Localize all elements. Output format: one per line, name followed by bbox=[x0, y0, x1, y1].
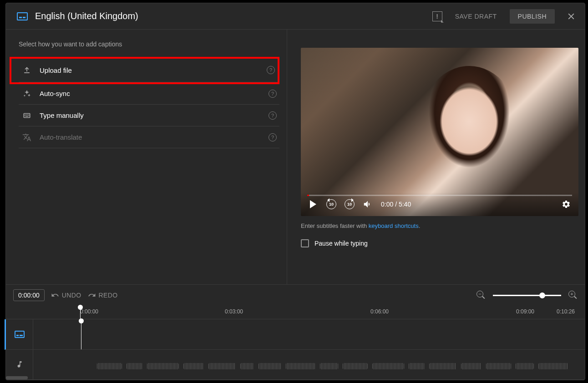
close-button[interactable] bbox=[563, 8, 579, 25]
option-upload-label: Upload file bbox=[40, 66, 267, 74]
zoom-slider-thumb[interactable] bbox=[539, 292, 545, 298]
zoom-in-button[interactable]: + bbox=[568, 291, 578, 300]
horizontal-scrollbar-thumb[interactable] bbox=[6, 376, 28, 379]
ruler-tick: 0:09:00 bbox=[516, 308, 534, 315]
skip-forward-10-button[interactable]: 10 bbox=[345, 199, 355, 209]
zoom-out-button[interactable]: − bbox=[476, 291, 486, 300]
captions-icon bbox=[15, 331, 25, 338]
help-icon[interactable]: ? bbox=[269, 111, 277, 120]
subtitle-hint: Enter subtitles faster with keyboard sho… bbox=[301, 222, 578, 229]
ruler-tick: 0:10:26 bbox=[557, 308, 575, 315]
pause-while-typing-row[interactable]: Pause while typing bbox=[301, 239, 578, 247]
language-title: English (United Kingdom) bbox=[35, 11, 432, 21]
video-settings-button[interactable] bbox=[561, 199, 571, 209]
caption-method-hint: Select how you want to add captions bbox=[19, 40, 279, 48]
video-preview[interactable]: 10 10 0:00 / 5:40 bbox=[301, 48, 578, 216]
header-bar: English (United Kingdom) ! SAVE DRAFT PU… bbox=[6, 3, 585, 30]
captions-icon bbox=[17, 12, 28, 20]
timeline-tracks bbox=[6, 319, 585, 380]
ruler-tick: 0:06:00 bbox=[370, 308, 389, 315]
publish-button[interactable]: PUBLISH bbox=[510, 9, 555, 24]
timeline-panel: 0:00:00 UNDO REDO − + 0:00:00 0:03:00 0:… bbox=[6, 284, 585, 380]
keyboard-shortcuts-link[interactable]: keyboard shortcuts bbox=[369, 222, 419, 229]
timeline-time-display[interactable]: 0:00:00 bbox=[13, 289, 45, 301]
help-icon[interactable]: ? bbox=[267, 66, 275, 74]
video-time: 0:00 / 5:40 bbox=[381, 201, 411, 208]
zoom-slider[interactable] bbox=[493, 295, 561, 296]
header-actions: ! SAVE DRAFT PUBLISH bbox=[432, 8, 579, 25]
caption-editor-modal: English (United Kingdom) ! SAVE DRAFT PU… bbox=[5, 3, 585, 380]
option-translate-label: Auto-translate bbox=[40, 133, 269, 141]
option-type-manually[interactable]: Type manually ? bbox=[19, 104, 279, 126]
save-draft-button[interactable]: SAVE DRAFT bbox=[451, 9, 502, 24]
timeline-toolbar: 0:00:00 UNDO REDO − + bbox=[6, 285, 585, 306]
track-body[interactable] bbox=[33, 319, 585, 380]
audio-track-header[interactable] bbox=[6, 350, 33, 380]
option-auto-translate: Auto-translate ? bbox=[19, 126, 279, 148]
video-controls: 10 10 0:00 / 5:40 bbox=[301, 192, 578, 216]
audio-track-row[interactable] bbox=[33, 350, 585, 380]
upload-icon bbox=[21, 65, 32, 76]
undo-button[interactable]: UNDO bbox=[51, 291, 81, 299]
option-autosync-label: Auto-sync bbox=[40, 90, 269, 97]
help-icon[interactable]: ? bbox=[269, 133, 277, 141]
caption-track-row[interactable] bbox=[33, 319, 585, 350]
translate-icon bbox=[21, 132, 32, 143]
timeline-ruler[interactable]: 0:00:00 0:03:00 0:06:00 0:09:00 0:10:26 bbox=[6, 306, 585, 319]
zoom-controls: − + bbox=[476, 291, 578, 300]
track-headers bbox=[6, 319, 33, 380]
feedback-icon[interactable]: ! bbox=[432, 11, 442, 21]
option-upload-file[interactable]: Upload file ? bbox=[19, 58, 278, 82]
video-pane: 10 10 0:00 / 5:40 Enter subtitles faster… bbox=[287, 30, 585, 284]
skip-back-10-button[interactable]: 10 bbox=[326, 199, 336, 209]
play-button[interactable] bbox=[308, 199, 318, 209]
autosync-icon bbox=[21, 88, 32, 99]
highlight-annotation: Upload file ? bbox=[10, 57, 279, 84]
timeline-playhead[interactable] bbox=[80, 306, 81, 319]
caption-method-pane: Select how you want to add captions Uplo… bbox=[6, 30, 287, 284]
keyboard-icon bbox=[21, 110, 32, 121]
option-auto-sync[interactable]: Auto-sync ? bbox=[19, 82, 279, 105]
redo-button[interactable]: REDO bbox=[88, 291, 118, 299]
ruler-tick: 0:00:00 bbox=[80, 308, 98, 315]
content-area: Select how you want to add captions Uplo… bbox=[6, 30, 585, 284]
volume-button[interactable] bbox=[363, 199, 373, 209]
pause-while-typing-checkbox[interactable] bbox=[301, 239, 309, 247]
pause-while-typing-label: Pause while typing bbox=[314, 240, 368, 247]
caption-track-header[interactable] bbox=[5, 319, 33, 350]
ruler-tick: 0:03:00 bbox=[225, 308, 243, 315]
option-manual-label: Type manually bbox=[40, 111, 269, 119]
help-icon[interactable]: ? bbox=[269, 90, 277, 98]
